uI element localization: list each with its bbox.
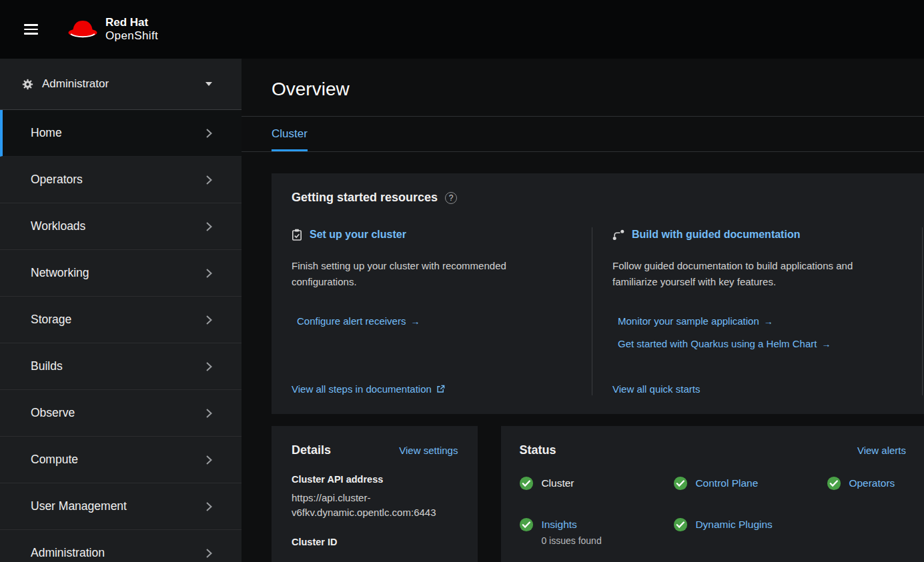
status-item-insights: Insights 0 issues found <box>519 517 673 546</box>
check-circle-icon <box>673 517 688 532</box>
check-circle-icon <box>673 476 688 491</box>
view-all-steps-link[interactable]: View all steps in documentation <box>292 383 445 395</box>
sidebar-item-home[interactable]: Home <box>0 110 242 157</box>
view-all-quick-starts-link[interactable]: View all quick starts <box>612 383 700 395</box>
brand-line2: OpenShift <box>105 29 158 43</box>
gear-icon <box>22 79 33 90</box>
insights-link[interactable]: Insights <box>541 519 576 530</box>
check-circle-icon <box>519 476 534 491</box>
chevron-right-icon <box>205 408 212 419</box>
insights-issues-count: 0 issues found <box>541 535 601 546</box>
redhat-hat-icon <box>67 19 98 41</box>
page-title: Overview <box>242 59 924 116</box>
tab-cluster[interactable]: Cluster <box>272 127 308 151</box>
status-card: Status View alerts Cluster Control Plane <box>501 426 924 562</box>
guided-documentation-link[interactable]: Build with guided documentation <box>632 229 800 241</box>
setup-cluster-description: Finish setting up your cluster with reco… <box>292 258 525 290</box>
sidebar-item-storage[interactable]: Storage <box>0 297 242 343</box>
getting-started-card: Getting started resources ? Set up your … <box>272 173 924 414</box>
cluster-id-label: Cluster ID <box>292 537 458 547</box>
caret-down-icon <box>205 82 212 86</box>
status-item-cluster: Cluster <box>519 476 673 491</box>
status-item-control-plane: Control Plane <box>673 476 827 491</box>
monitor-sample-application-link[interactable]: Monitor your sample application→ <box>618 315 902 327</box>
sidebar-item-user-management[interactable]: User Management <box>0 483 242 530</box>
sidebar-item-workloads[interactable]: Workloads <box>0 203 242 250</box>
status-title: Status <box>519 443 556 457</box>
sidebar: Administrator Home Operators Workloads N… <box>0 59 242 562</box>
chevron-right-icon <box>205 501 212 512</box>
sidebar-item-observe[interactable]: Observe <box>0 390 242 437</box>
status-item-operators: Operators <box>827 476 906 491</box>
guided-documentation-column: Build with guided documentation Follow g… <box>592 227 922 395</box>
chevron-right-icon <box>205 175 212 185</box>
sidebar-item-label: Compute <box>31 453 78 467</box>
sidebar-item-compute[interactable]: Compute <box>0 437 242 483</box>
chevron-right-icon <box>205 268 212 279</box>
status-cluster-label: Cluster <box>541 476 574 491</box>
arrow-right-icon: → <box>764 316 773 327</box>
setup-cluster-link[interactable]: Set up your cluster <box>310 229 406 241</box>
check-circle-icon <box>519 517 534 532</box>
control-plane-link[interactable]: Control Plane <box>695 476 758 491</box>
sidebar-item-administration[interactable]: Administration <box>0 530 242 562</box>
main-content: Overview Cluster Getting started resourc… <box>242 59 924 562</box>
getting-started-title: Getting started resources <box>292 191 438 205</box>
arrow-right-icon: → <box>821 339 831 349</box>
sidebar-item-operators[interactable]: Operators <box>0 157 242 203</box>
overview-content: Getting started resources ? Set up your … <box>242 152 924 562</box>
operators-link[interactable]: Operators <box>849 476 895 491</box>
chevron-right-icon <box>205 455 212 465</box>
sidebar-item-label: Observe <box>31 406 75 420</box>
chevron-right-icon <box>205 361 212 372</box>
sidebar-item-label: Operators <box>31 173 83 187</box>
arrow-right-icon: → <box>410 316 420 327</box>
perspective-label: Administrator <box>42 77 109 91</box>
quarkus-helm-chart-link[interactable]: Get started with Quarkus using a Helm Ch… <box>618 338 902 349</box>
tabs-row: Cluster <box>242 117 924 152</box>
status-item-dynamic-plugins: Dynamic Plugins <box>673 517 827 546</box>
sidebar-item-builds[interactable]: Builds <box>0 343 242 390</box>
sidebar-item-label: Networking <box>31 266 89 280</box>
cluster-api-address-label: Cluster API address <box>292 474 458 485</box>
guided-documentation-description: Follow guided documentation to build app… <box>612 258 881 290</box>
sidebar-item-label: Administration <box>31 546 105 560</box>
help-icon[interactable]: ? <box>445 192 457 204</box>
view-alerts-link[interactable]: View alerts <box>857 445 906 456</box>
dynamic-plugins-link[interactable]: Dynamic Plugins <box>695 517 772 532</box>
sidebar-item-label: Storage <box>31 313 71 327</box>
sidebar-item-label: Builds <box>31 359 63 373</box>
details-title: Details <box>292 443 331 457</box>
sidebar-item-networking[interactable]: Networking <box>0 250 242 297</box>
chevron-right-icon <box>205 128 212 139</box>
guided-docs-icon <box>612 229 624 241</box>
chevron-right-icon <box>205 221 212 232</box>
page-header: Overview <box>242 59 924 117</box>
chevron-right-icon <box>205 315 212 325</box>
check-circle-icon <box>827 476 841 491</box>
view-settings-link[interactable]: View settings <box>399 445 458 456</box>
nav-toggle-button[interactable] <box>17 15 45 44</box>
clipboard-check-icon <box>292 229 302 241</box>
sidebar-item-label: Workloads <box>31 219 85 233</box>
cluster-api-address-value: https://api.cluster-v6fkv.dynamic.opentl… <box>292 491 452 520</box>
external-link-icon <box>436 385 445 393</box>
sidebar-item-label: Home <box>31 126 62 140</box>
hamburger-icon <box>24 24 38 26</box>
sidebar-nav: Home Operators Workloads Networking Stor… <box>0 110 242 562</box>
perspective-switcher[interactable]: Administrator <box>0 59 242 110</box>
masthead: Red Hat OpenShift <box>0 0 924 59</box>
sidebar-item-label: User Management <box>31 499 127 513</box>
details-card: Details View settings Cluster API addres… <box>272 426 478 562</box>
configure-alert-receivers-link[interactable]: Configure alert receivers→ <box>297 315 572 327</box>
setup-cluster-column: Set up your cluster Finish setting up yo… <box>272 227 592 395</box>
brand-logo[interactable]: Red Hat OpenShift <box>67 16 158 43</box>
chevron-right-icon <box>205 548 212 559</box>
brand-line1: Red Hat <box>105 16 158 29</box>
